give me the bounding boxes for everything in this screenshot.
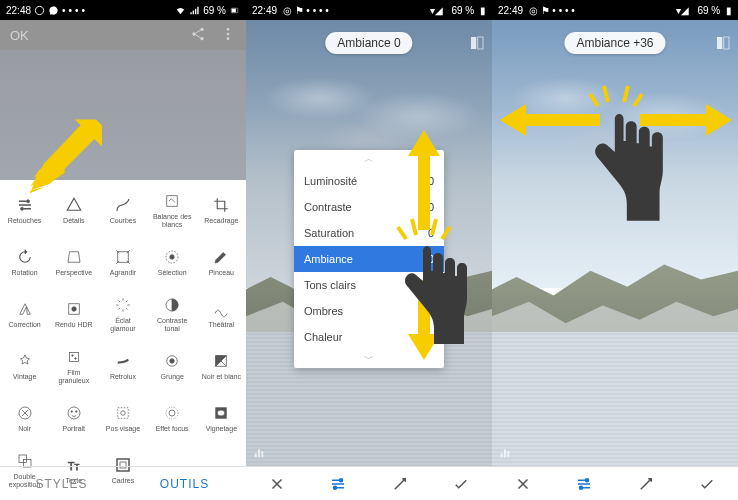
tool-vignetage[interactable]: Vignetage [197, 392, 246, 444]
tool-agrandir[interactable]: Agrandir [98, 236, 147, 288]
tool-eclat[interactable]: Éclat glamour [98, 288, 147, 340]
adj-ambiance[interactable]: Ambiance0 [294, 246, 444, 272]
tool-retrolux[interactable]: Retrolux [98, 340, 147, 392]
svg-point-33 [218, 410, 226, 416]
svg-rect-12 [118, 251, 129, 262]
svg-rect-44 [478, 37, 483, 49]
svg-rect-34 [19, 455, 27, 463]
svg-rect-49 [717, 37, 722, 49]
tool-noir[interactable]: Noir [0, 392, 49, 444]
tab-outils[interactable]: OUTILS [123, 467, 246, 500]
tab-styles[interactable]: STYLES [0, 467, 123, 500]
screen-adjust-select: 22:49 ◎ ⚑ • • • • ▾◢ 69 % ▮ Ambiance 0 ︿… [246, 0, 492, 500]
svg-point-54 [580, 486, 583, 489]
photo-canvas[interactable] [492, 20, 738, 466]
svg-point-16 [72, 306, 77, 311]
tool-retouches[interactable]: Retouches [0, 184, 49, 236]
adjustments-panel: ︿ Luminosité0 Contraste0 Saturation0 Amb… [294, 150, 444, 368]
svg-point-8 [227, 37, 230, 40]
compare-icon[interactable] [714, 34, 732, 52]
notif-icon: • [75, 5, 79, 16]
svg-point-19 [72, 355, 74, 357]
svg-point-48 [334, 486, 337, 489]
signal-icon [189, 5, 200, 16]
histogram-icon[interactable] [498, 444, 514, 460]
wifi-icon [175, 5, 186, 16]
value-chip: Ambiance 0 [325, 32, 412, 54]
tool-film[interactable]: Film granuleux [49, 340, 98, 392]
adj-ombres[interactable]: Ombres [294, 298, 444, 324]
svg-point-29 [121, 410, 126, 415]
svg-point-10 [20, 207, 23, 210]
battery-pct: 69 % [697, 5, 720, 16]
tool-rotation[interactable]: Rotation [0, 236, 49, 288]
adj-luminosite[interactable]: Luminosité0 [294, 168, 444, 194]
messenger-icon [48, 5, 59, 16]
svg-point-7 [227, 32, 230, 35]
svg-point-47 [340, 478, 343, 481]
svg-point-22 [170, 358, 175, 363]
compare-icon[interactable] [468, 34, 486, 52]
svg-point-31 [166, 407, 178, 419]
dimmed-photo [0, 50, 246, 180]
tool-portrait[interactable]: Portrait [49, 392, 98, 444]
tool-details[interactable]: Détails [49, 184, 98, 236]
statusbar: 22:48 • • • • 69 % [0, 0, 246, 20]
histogram-icon[interactable] [252, 444, 268, 460]
share-icon[interactable] [190, 26, 206, 45]
tool-effet-focus[interactable]: Effet focus [148, 392, 197, 444]
svg-point-30 [169, 410, 175, 416]
tool-grid: Retouches Détails Courbes Balance des bl… [0, 180, 246, 496]
svg-point-0 [35, 6, 43, 14]
svg-point-27 [75, 410, 77, 412]
bottom-tabs: STYLES OUTILS [0, 466, 246, 500]
svg-point-3 [200, 27, 203, 30]
editor-bottom-bar [492, 466, 738, 500]
svg-point-5 [200, 37, 203, 40]
svg-rect-18 [69, 352, 78, 361]
svg-rect-50 [724, 37, 729, 49]
wand-button[interactable] [615, 475, 677, 493]
status-time: 22:49 [252, 5, 277, 16]
tool-vintage[interactable]: Vintage [0, 340, 49, 392]
adjust-button[interactable] [554, 475, 616, 493]
svg-point-26 [71, 410, 73, 412]
tool-courbes[interactable]: Courbes [98, 184, 147, 236]
tool-contraste-tonal[interactable]: Contraste tonal [148, 288, 197, 340]
menu-icon[interactable] [220, 26, 236, 45]
tool-balance-blancs[interactable]: Balance des blancs [148, 184, 197, 236]
tool-selection[interactable]: Sélection [148, 236, 197, 288]
statusbar: 22:49 ◎ ⚑ • • • • ▾◢ 69 % ▮ [492, 0, 738, 20]
svg-rect-2 [232, 8, 236, 12]
battery-pct: 69 % [451, 5, 474, 16]
tool-theatral[interactable]: Théâtral [197, 288, 246, 340]
battery-icon [229, 5, 240, 16]
svg-point-25 [68, 407, 80, 419]
notif-icon: • [62, 5, 66, 16]
tool-pinceau[interactable]: Pinceau [197, 236, 246, 288]
svg-point-13 [170, 254, 175, 259]
tool-perspective[interactable]: Perspective [49, 236, 98, 288]
adjust-button[interactable] [308, 475, 370, 493]
wand-button[interactable] [369, 475, 431, 493]
adj-saturation[interactable]: Saturation0 [294, 220, 444, 246]
tool-grunge[interactable]: Grunge [148, 340, 197, 392]
tool-posvisage[interactable]: Pos visage [98, 392, 147, 444]
apply-button[interactable] [677, 475, 739, 493]
tool-nb[interactable]: Noir et blanc [197, 340, 246, 392]
notif-icon: • [82, 5, 86, 16]
apply-button[interactable] [431, 475, 493, 493]
tool-correction[interactable]: Correction [0, 288, 49, 340]
cancel-button[interactable] [246, 475, 308, 493]
svg-rect-28 [118, 407, 129, 418]
svg-point-6 [227, 28, 230, 31]
adj-tons-clairs[interactable]: Tons clairs [294, 272, 444, 298]
tool-recadrage[interactable]: Recadrage [197, 184, 246, 236]
adj-contraste[interactable]: Contraste0 [294, 194, 444, 220]
svg-rect-11 [167, 196, 178, 207]
notif-icon: • [69, 5, 73, 16]
cancel-button[interactable] [492, 475, 554, 493]
tool-hdr[interactable]: Rendu HDR [49, 288, 98, 340]
adj-chaleur[interactable]: Chaleur [294, 324, 444, 350]
ok-button[interactable]: OK [10, 28, 29, 43]
